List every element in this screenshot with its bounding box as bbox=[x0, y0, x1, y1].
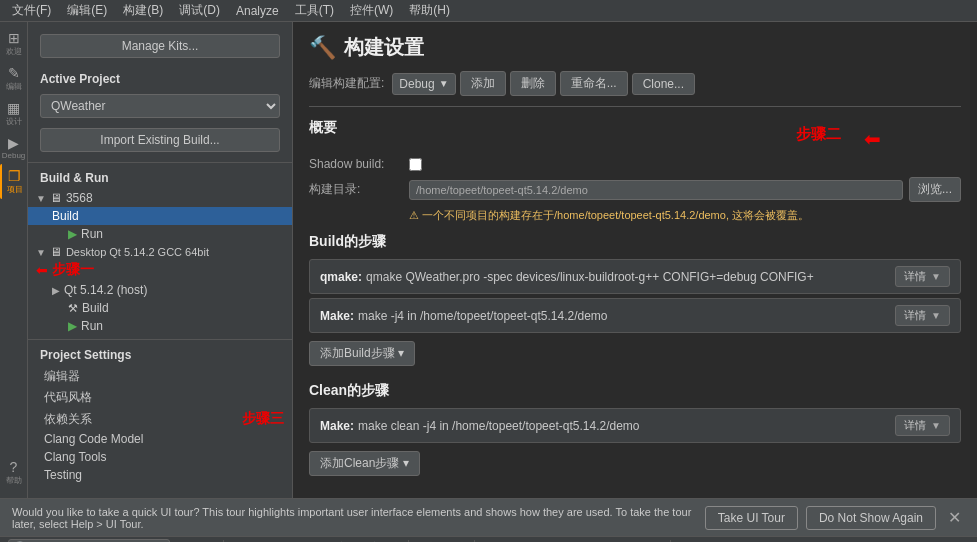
step3-annotation: 步骤三 bbox=[242, 410, 284, 428]
build-dir-label: 构建目录: bbox=[309, 181, 409, 198]
tree-item-qt-host[interactable]: ▶ Qt 5.14.2 (host) bbox=[28, 281, 292, 299]
build-dir-input[interactable] bbox=[409, 180, 903, 200]
qmake-detail-label: 详情 bbox=[904, 270, 926, 282]
tree-label-run: Run bbox=[81, 227, 103, 241]
tree-item-build-host[interactable]: ⚒ Build bbox=[28, 299, 292, 317]
shadow-build-checkbox[interactable] bbox=[409, 158, 422, 171]
import-existing-build-button[interactable]: Import Existing Build... bbox=[40, 128, 280, 152]
tree-item-code-style[interactable]: 代码风格 bbox=[28, 387, 292, 408]
make-detail-button[interactable]: 详情 ▼ bbox=[895, 305, 950, 326]
menu-debug[interactable]: 调试(D) bbox=[171, 0, 228, 21]
tree-label-clang-tools: Clang Tools bbox=[44, 450, 106, 464]
main-layout: ⊞ 欢迎 ✎ 编辑 ▦ 设计 ▶ Debug ❐ 项目 ? 帮助 Manage bbox=[0, 22, 977, 498]
menu-tools[interactable]: 工具(T) bbox=[287, 0, 342, 21]
project-selector[interactable]: QWeather bbox=[40, 94, 280, 118]
rename-config-button[interactable]: 重命名... bbox=[560, 71, 628, 96]
sidebar-icon-design[interactable]: ▦ 设计 bbox=[0, 96, 27, 131]
step1-arrow-icon: ⬅ bbox=[36, 262, 48, 278]
qmake-step-row: qmake: qmake QWeather.pro -spec devices/… bbox=[309, 259, 961, 294]
add-build-step-button[interactable]: 添加Build步骤 ▾ bbox=[309, 341, 415, 366]
debug-select-value: Debug bbox=[399, 77, 434, 91]
tree-icon-run-host: ▶ bbox=[68, 319, 77, 333]
make-clean-label: Make: bbox=[320, 419, 354, 433]
project-settings-header: Project Settings bbox=[28, 344, 292, 366]
debug-config-select[interactable]: Debug ▼ bbox=[392, 73, 455, 95]
add-clean-step-button[interactable]: 添加Clean步骤 ▾ bbox=[309, 451, 420, 476]
tree-label-build: Build bbox=[52, 209, 79, 223]
icon-sidebar: ⊞ 欢迎 ✎ 编辑 ▦ 设计 ▶ Debug ❐ 项目 ? 帮助 bbox=[0, 22, 28, 498]
qmake-step-command: qmake QWeather.pro -spec devices/linux-b… bbox=[366, 270, 895, 284]
menu-edit[interactable]: 编辑(E) bbox=[59, 0, 115, 21]
menu-build[interactable]: 构建(B) bbox=[115, 0, 171, 21]
tree-item-clang-tools[interactable]: Clang Tools bbox=[28, 448, 292, 466]
tree-item-run-host[interactable]: ▶ Run bbox=[28, 317, 292, 335]
sidebar-icon-project[interactable]: ❐ 项目 bbox=[0, 164, 27, 199]
qmake-detail-button[interactable]: 详情 ▼ bbox=[895, 266, 950, 287]
make-clean-command: make clean -j4 in /home/topeet/topeet-qt… bbox=[358, 419, 895, 433]
make-detail-arrow: ▼ bbox=[931, 310, 941, 321]
menu-controls[interactable]: 控件(W) bbox=[342, 0, 401, 21]
page-title-icon: 🔨 bbox=[309, 35, 336, 61]
tree-label-qt-host: Qt 5.14.2 (host) bbox=[64, 283, 147, 297]
make-clean-detail-button[interactable]: 详情 ▼ bbox=[895, 415, 950, 436]
do-not-show-button[interactable]: Do Not Show Again bbox=[806, 506, 936, 530]
sidebar-icon-debug[interactable]: ▶ Debug bbox=[0, 131, 27, 164]
sidebar-icon-edit[interactable]: ✎ 编辑 bbox=[0, 61, 27, 96]
page-title: 🔨 构建设置 bbox=[309, 34, 961, 61]
menubar: 文件(F) 编辑(E) 构建(B) 调试(D) Analyze 工具(T) 控件… bbox=[0, 0, 977, 22]
tree-item-testing[interactable]: Testing bbox=[28, 466, 292, 484]
step2-arrow: ⬅ bbox=[864, 127, 881, 151]
shadow-build-row: Shadow build: bbox=[309, 157, 961, 171]
tree-item-run[interactable]: ▶ Run bbox=[28, 225, 292, 243]
make-step-row: Make: make -j4 in /home/topeet/topeet-qt… bbox=[309, 298, 961, 333]
build-run-header: Build & Run bbox=[28, 167, 292, 189]
take-tour-button[interactable]: Take UI Tour bbox=[705, 506, 798, 530]
add-config-button[interactable]: 添加 bbox=[460, 71, 506, 96]
tree-arrow-desktop: ▼ bbox=[36, 247, 46, 258]
menu-file[interactable]: 文件(F) bbox=[4, 0, 59, 21]
tour-notification-bar: Would you like to take a quick UI tour? … bbox=[0, 498, 977, 536]
tree-item-editor[interactable]: 编辑器 bbox=[28, 366, 292, 387]
clone-config-button[interactable]: Clone... bbox=[632, 73, 695, 95]
left-panel: Manage Kits... Active Project QWeather I… bbox=[28, 22, 293, 498]
active-project-header: Active Project bbox=[28, 68, 292, 90]
tree-item-build[interactable]: Build bbox=[28, 207, 292, 225]
warning-text: ⚠ 一个不同项目的构建存在于/home/topeet/topeet-qt5.14… bbox=[409, 208, 809, 223]
make-step-label: Make: bbox=[320, 309, 354, 323]
tree-label-build-host: Build bbox=[82, 301, 109, 315]
tree-item-3568[interactable]: ▼ 🖥 3568 bbox=[28, 189, 292, 207]
tree-label-code-style: 代码风格 bbox=[44, 389, 92, 406]
menu-help[interactable]: 帮助(H) bbox=[401, 0, 458, 21]
sidebar-icon-welcome[interactable]: ⊞ 欢迎 bbox=[0, 26, 27, 61]
tree-item-dependencies[interactable]: 依赖关系 步骤三 bbox=[28, 408, 292, 430]
tree-label-dependencies: 依赖关系 bbox=[44, 411, 92, 428]
tour-close-button[interactable]: ✕ bbox=[944, 508, 965, 527]
browse-button[interactable]: 浏览... bbox=[909, 177, 961, 202]
menu-analyze[interactable]: Analyze bbox=[228, 2, 287, 20]
make-clean-detail-arrow: ▼ bbox=[931, 420, 941, 431]
tree-item-clang-model[interactable]: Clang Code Model bbox=[28, 430, 292, 448]
tree-label-desktop: Desktop Qt 5.14.2 GCC 64bit bbox=[66, 246, 209, 258]
build-warning-row: ⚠ 一个不同项目的构建存在于/home/topeet/topeet-qt5.14… bbox=[309, 208, 961, 223]
delete-config-button[interactable]: 删除 bbox=[510, 71, 556, 96]
make-step-command: make -j4 in /home/topeet/topeet-qt5.14.2… bbox=[358, 309, 895, 323]
right-panel: 🔨 构建设置 编辑构建配置: Debug ▼ 添加 删除 重命名... Clon… bbox=[293, 22, 977, 498]
tree-icon-build-host: ⚒ bbox=[68, 302, 78, 315]
tree-icon-desktop: 🖥 bbox=[50, 245, 62, 259]
tree-item-desktop-qt[interactable]: ▼ 🖥 Desktop Qt 5.14.2 GCC 64bit bbox=[28, 243, 292, 261]
qmake-step-label: qmake: bbox=[320, 270, 362, 284]
tree-icon-run: ▶ bbox=[68, 227, 77, 241]
tree-label-run-host: Run bbox=[81, 319, 103, 333]
shadow-build-label: Shadow build: bbox=[309, 157, 409, 171]
config-label: 编辑构建配置: bbox=[309, 75, 384, 92]
clean-steps-label: Clean的步骤 bbox=[309, 382, 961, 400]
page-title-text: 构建设置 bbox=[344, 34, 424, 61]
sidebar-icon-help[interactable]: ? 帮助 bbox=[0, 455, 27, 490]
manage-kits-button[interactable]: Manage Kits... bbox=[40, 34, 280, 58]
tree-arrow-qt-host: ▶ bbox=[52, 285, 60, 296]
tree-label-editor: 编辑器 bbox=[44, 368, 80, 385]
step1-annotation: 步骤一 bbox=[52, 261, 94, 279]
status-bar: 🔍 1 问题 2 Search Results 3 应用程序输出 4 编译输出 … bbox=[0, 536, 977, 542]
tour-text: Would you like to take a quick UI tour? … bbox=[12, 506, 697, 530]
step2-annotation: 步骤二 bbox=[796, 125, 841, 144]
